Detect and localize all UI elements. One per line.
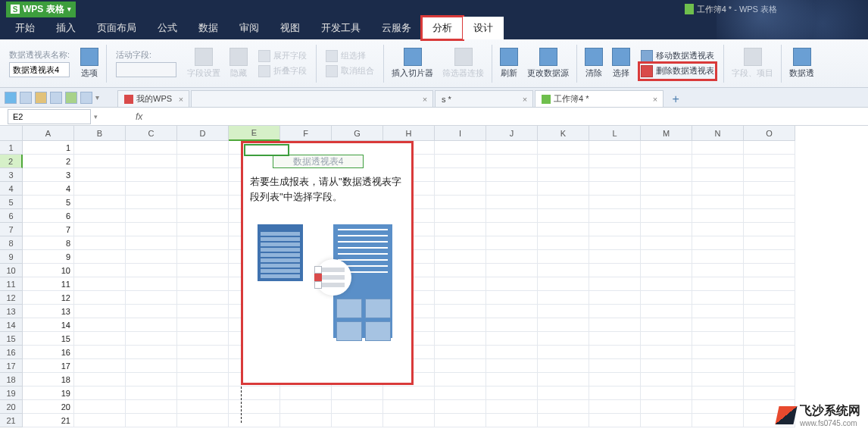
cell[interactable]: 12: [23, 291, 74, 305]
cell[interactable]: [538, 400, 589, 414]
cell[interactable]: [177, 196, 229, 209]
cell[interactable]: [538, 373, 589, 386]
cell[interactable]: [692, 277, 744, 291]
cell[interactable]: [486, 291, 538, 305]
cell[interactable]: 14: [23, 318, 74, 332]
cell[interactable]: [641, 277, 692, 291]
cell[interactable]: [692, 250, 744, 264]
qat-dropdown-icon[interactable]: ▾: [95, 93, 99, 102]
cell[interactable]: [177, 346, 229, 359]
cell[interactable]: [74, 236, 126, 250]
cell[interactable]: [74, 250, 126, 264]
cell[interactable]: [692, 305, 744, 318]
cell[interactable]: [744, 223, 795, 236]
cell[interactable]: [177, 386, 229, 400]
cell[interactable]: [177, 277, 229, 291]
doctab-mywps[interactable]: 我的WPS ×: [117, 90, 189, 107]
cell[interactable]: [486, 400, 538, 414]
row-header[interactable]: 11: [0, 277, 23, 291]
row-header[interactable]: 15: [0, 332, 23, 346]
cell[interactable]: [641, 414, 692, 427]
cell[interactable]: [589, 196, 641, 209]
cell[interactable]: [383, 400, 435, 414]
brand-dropdown-icon[interactable]: ▾: [67, 5, 71, 13]
cell[interactable]: [538, 168, 589, 182]
cell[interactable]: [332, 400, 383, 414]
cell[interactable]: [641, 346, 692, 359]
cell[interactable]: 3: [23, 168, 74, 182]
cell[interactable]: 11: [23, 277, 74, 291]
row-header[interactable]: 6: [0, 209, 23, 223]
cell[interactable]: [126, 223, 177, 236]
cell[interactable]: 7: [23, 223, 74, 236]
row-header[interactable]: 7: [0, 223, 23, 236]
close-icon[interactable]: ×: [176, 95, 186, 104]
cell[interactable]: 16: [23, 346, 74, 359]
cell[interactable]: [229, 400, 280, 414]
cell[interactable]: [641, 318, 692, 332]
cell[interactable]: [126, 359, 177, 373]
cell[interactable]: [486, 236, 538, 250]
cell[interactable]: [177, 414, 229, 427]
cell[interactable]: [74, 223, 126, 236]
cell[interactable]: [74, 386, 126, 400]
cell[interactable]: [744, 264, 795, 277]
cell[interactable]: [692, 223, 744, 236]
active-field-input[interactable]: [116, 62, 176, 77]
options-button[interactable]: 选项: [77, 46, 101, 80]
cell[interactable]: [589, 155, 641, 168]
cell[interactable]: [486, 386, 538, 400]
cell[interactable]: [177, 155, 229, 168]
cell[interactable]: [177, 209, 229, 223]
cell[interactable]: [692, 264, 744, 277]
cell[interactable]: [589, 386, 641, 400]
tab-dev[interactable]: 开发工具: [311, 17, 371, 39]
tab-review[interactable]: 审阅: [229, 17, 270, 39]
cell[interactable]: 13: [23, 305, 74, 318]
cell[interactable]: [486, 182, 538, 196]
refresh-button[interactable]: 刷新: [497, 46, 521, 80]
cell[interactable]: [538, 182, 589, 196]
clear-button[interactable]: 清除: [582, 46, 606, 80]
row-header[interactable]: 4: [0, 182, 23, 196]
cell[interactable]: [692, 182, 744, 196]
col-header[interactable]: M: [641, 126, 692, 141]
cell[interactable]: [74, 291, 126, 305]
cell[interactable]: [589, 305, 641, 318]
cell[interactable]: [126, 155, 177, 168]
cell[interactable]: [177, 182, 229, 196]
cell[interactable]: [486, 168, 538, 182]
row-header[interactable]: 13: [0, 305, 23, 318]
select-button[interactable]: 选择: [609, 46, 633, 80]
cell[interactable]: [126, 332, 177, 346]
cell[interactable]: [538, 250, 589, 264]
cell[interactable]: [641, 250, 692, 264]
qat-print-icon[interactable]: [35, 92, 47, 104]
cell[interactable]: [744, 196, 795, 209]
cell[interactable]: [74, 400, 126, 414]
row-header[interactable]: 1: [0, 141, 23, 155]
doctab-workbook4[interactable]: 工作簿4 * ×: [535, 90, 663, 107]
cell[interactable]: [126, 168, 177, 182]
cell[interactable]: [486, 209, 538, 223]
col-header[interactable]: I: [435, 126, 486, 141]
cell[interactable]: [589, 277, 641, 291]
cell[interactable]: [435, 209, 486, 223]
doctab-hidden[interactable]: ×: [191, 90, 433, 107]
cell[interactable]: [538, 141, 589, 155]
cell[interactable]: [435, 264, 486, 277]
cell[interactable]: [486, 223, 538, 236]
tab-design[interactable]: 设计: [463, 17, 504, 39]
cell[interactable]: [177, 318, 229, 332]
cell[interactable]: [177, 373, 229, 386]
cell[interactable]: [692, 359, 744, 373]
cell[interactable]: [589, 236, 641, 250]
row-header[interactable]: 9: [0, 250, 23, 264]
cell[interactable]: [589, 250, 641, 264]
tab-formula[interactable]: 公式: [147, 17, 188, 39]
qat-open-icon[interactable]: [20, 92, 32, 104]
col-header[interactable]: G: [332, 126, 383, 141]
add-tab-button[interactable]: +: [668, 92, 683, 107]
tab-analyze[interactable]: 分析: [422, 17, 463, 39]
cell[interactable]: [589, 373, 641, 386]
